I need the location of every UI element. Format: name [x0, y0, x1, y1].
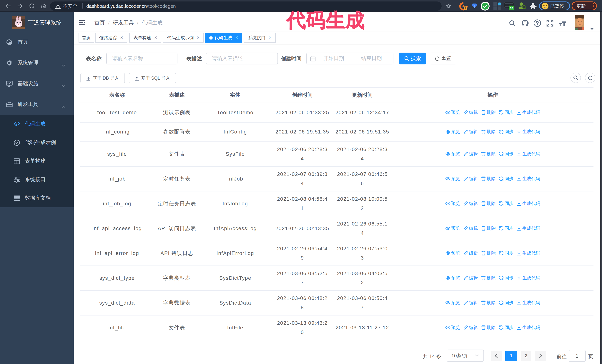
- svg-text:1: 1: [465, 7, 466, 10]
- svg-text:on: on: [510, 6, 513, 9]
